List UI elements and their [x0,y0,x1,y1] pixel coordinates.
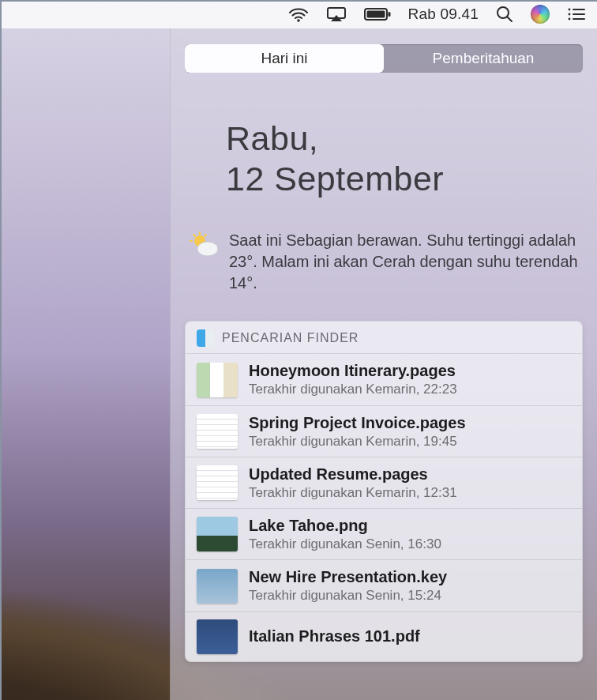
file-name: Italian Phrases 101.pdf [249,627,420,646]
siri-icon[interactable] [531,0,550,28]
file-name: Spring Project Invoice.pages [249,413,466,433]
finder-file-list: Honeymoon Itinerary.pagesTerakhir diguna… [186,353,582,660]
tab-today[interactable]: Hari ini [185,44,384,73]
file-name: New Hire Presentation.key [249,567,447,587]
today-notifications-segmented: Hari ini Pemberitahuan [185,44,583,73]
file-subtitle: Terakhir digunakan Senin, 16:30 [249,536,441,552]
file-subtitle: Terakhir digunakan Kemarin, 19:45 [249,433,466,450]
svg-point-12 [569,18,571,21]
finder-widget-header: PENCARIAN FINDER [186,322,582,353]
file-thumbnail [197,414,238,449]
svg-point-10 [569,13,571,16]
file-subtitle: Terakhir digunakan Kemarin, 22:23 [249,381,457,397]
finder-file-row[interactable]: Italian Phrases 101.pdf [186,612,582,661]
file-meta: Honeymoon Itinerary.pagesTerakhir diguna… [249,361,457,397]
finder-file-row[interactable]: Honeymoon Itinerary.pagesTerakhir diguna… [186,353,582,405]
file-name: Lake Tahoe.png [249,516,441,536]
date-line-2: 12 September [226,159,583,199]
spotlight-icon[interactable] [496,0,513,28]
finder-file-row[interactable]: Updated Resume.pagesTerakhir digunakan K… [186,457,582,508]
weather-widget[interactable]: Saat ini Sebagian berawan. Suhu tertingg… [190,230,578,294]
finder-widget-title: PENCARIAN FINDER [222,331,359,345]
tab-notifications[interactable]: Pemberitahuan [384,44,583,73]
finder-icon [197,329,214,347]
finder-file-row[interactable]: New Hire Presentation.keyTerakhir diguna… [186,559,582,611]
file-subtitle: Terakhir digunakan Kemarin, 12:31 [249,484,457,501]
menubar: Rab 09.41 [0,0,597,28]
svg-point-0 [297,19,300,22]
file-meta: New Hire Presentation.keyTerakhir diguna… [249,567,447,604]
finder-file-row[interactable]: Spring Project Invoice.pagesTerakhir dig… [186,405,582,457]
weather-summary-text: Saat ini Sebagian berawan. Suhu tertingg… [229,230,578,294]
date-line-1: Rabu, [226,119,583,159]
file-meta: Italian Phrases 101.pdf [249,627,420,646]
svg-line-18 [205,235,206,236]
file-meta: Spring Project Invoice.pagesTerakhir dig… [249,413,466,450]
svg-rect-4 [366,11,385,18]
svg-point-8 [569,9,571,11]
battery-icon[interactable] [364,0,391,28]
notification-center-icon[interactable] [567,0,586,28]
finder-file-row[interactable]: Lake Tahoe.pngTerakhir digunakan Senin, … [186,508,582,559]
file-subtitle: Terakhir digunakan Senin, 15:24 [249,587,447,604]
notification-center-panel: Hari ini Pemberitahuan Rabu, 12 Septembe… [170,28,597,700]
file-meta: Lake Tahoe.pngTerakhir digunakan Senin, … [249,516,441,552]
file-thumbnail [197,619,238,654]
file-thumbnail [197,363,238,397]
weather-partly-cloudy-icon [190,231,220,294]
wifi-icon[interactable] [288,0,309,28]
file-name: Honeymoon Itinerary.pages [249,361,457,381]
file-name: Updated Resume.pages [249,465,457,484]
svg-point-19 [197,242,218,256]
file-thumbnail [197,569,238,604]
finder-search-widget: PENCARIAN FINDER Honeymoon Itinerary.pag… [185,321,583,661]
file-thumbnail [197,465,238,500]
menubar-clock[interactable]: Rab 09.41 [408,6,479,23]
airplay-icon[interactable] [326,0,347,28]
svg-line-7 [508,17,513,22]
file-thumbnail [197,517,238,551]
today-date: Rabu, 12 September [226,119,583,198]
svg-rect-5 [388,12,390,17]
svg-line-17 [193,235,195,236]
file-meta: Updated Resume.pagesTerakhir digunakan K… [249,465,457,501]
